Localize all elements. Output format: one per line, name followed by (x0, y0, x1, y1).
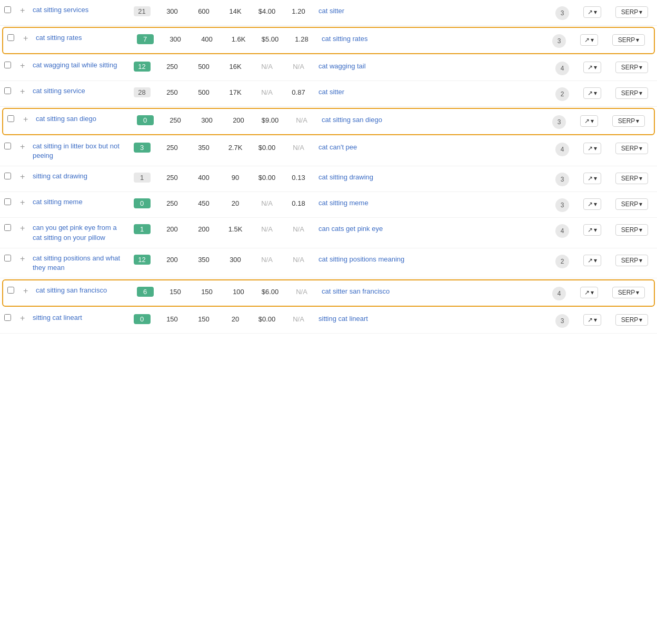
keyword-link[interactable]: sitting cat lineart (33, 314, 82, 321)
row-checkbox[interactable] (4, 314, 11, 321)
serp-cell: SERP ▾ (611, 172, 653, 184)
keyword-link[interactable]: cat sitting positions and what they mean (33, 254, 120, 271)
volume-cell: 150 (160, 286, 191, 296)
results-cell: 300 (220, 254, 251, 264)
keyword-link[interactable]: sitting cat drawing (33, 172, 87, 180)
row-checkbox[interactable] (4, 87, 11, 94)
intent-link[interactable]: can cats get pink eye (318, 225, 383, 233)
comp-cell: N/A (283, 142, 314, 152)
rank-badge: 0 (137, 115, 154, 125)
volume-cell: 250 (156, 86, 188, 96)
rank-cell: 21 (127, 5, 156, 16)
serp-button[interactable]: SERP ▾ (615, 62, 649, 73)
serp-label: SERP (621, 64, 639, 71)
keyword-cell: sitting cat lineart (33, 313, 127, 323)
trend-cell: ↗ ▾ (574, 61, 611, 73)
trend-button[interactable]: ↗ ▾ (583, 6, 601, 18)
serp-button[interactable]: SERP ▾ (615, 173, 649, 184)
add-row-button[interactable]: + (20, 313, 33, 323)
add-row-button[interactable]: + (20, 254, 33, 264)
keyword-link[interactable]: can you get pink eye from a cat sitting … (33, 224, 117, 241)
trend-button[interactable]: ↗ ▾ (580, 115, 598, 127)
serp-button[interactable]: SERP ▾ (612, 115, 645, 127)
trend-dropdown-icon: ▾ (591, 36, 594, 44)
add-row-button[interactable]: + (20, 61, 33, 71)
intent-link[interactable]: cat sitting positions meaning (318, 255, 404, 263)
cost-cell: $9.00 (254, 114, 286, 124)
table-row: + can you get pink eye from a cat sittin… (0, 218, 657, 248)
serp-button[interactable]: SERP ▾ (615, 314, 649, 326)
keyword-link[interactable]: cat sitting services (33, 6, 88, 14)
serp-dropdown-icon: ▾ (639, 257, 642, 264)
keyword-link[interactable]: cat wagging tail while sitting (33, 61, 117, 69)
row-checkbox[interactable] (7, 115, 14, 122)
table-row: + sitting cat drawing 1 250 400 90 $0.00… (0, 166, 657, 192)
intent-link[interactable]: cat sitter (318, 7, 344, 15)
add-row-button[interactable]: + (23, 33, 36, 43)
serp-button[interactable]: SERP ▾ (615, 143, 649, 154)
cpc-cell: 150 (188, 313, 220, 323)
trend-button[interactable]: ↗ ▾ (583, 314, 601, 326)
trend-button[interactable]: ↗ ▾ (583, 198, 601, 210)
keyword-link[interactable]: cat sitting service (33, 87, 85, 95)
serp-button[interactable]: SERP ▾ (615, 224, 649, 236)
serp-dropdown-icon: ▾ (639, 89, 642, 97)
keyword-link[interactable]: cat sitting rates (36, 34, 82, 42)
add-row-button[interactable]: + (20, 5, 33, 15)
row-checkbox[interactable] (4, 62, 11, 68)
comp-cell: 1.28 (286, 33, 317, 43)
intent-link[interactable]: cat sitting drawing (318, 173, 373, 181)
serp-button[interactable]: SERP ▾ (615, 87, 649, 99)
add-row-button[interactable]: + (20, 172, 33, 182)
row-checkbox[interactable] (7, 287, 14, 294)
results-cell: 1.5K (220, 223, 251, 233)
rank-cell: 1 (127, 223, 156, 234)
add-row-button[interactable]: + (20, 223, 33, 233)
serp-cell: SERP ▾ (611, 197, 653, 210)
trend-button[interactable]: ↗ ▾ (583, 224, 601, 236)
row-checkbox[interactable] (4, 198, 11, 205)
rank-badge: 1 (134, 173, 151, 183)
serp-button[interactable]: SERP ▾ (612, 287, 645, 298)
row-checkbox[interactable] (4, 173, 11, 179)
add-row-button[interactable]: + (20, 197, 33, 207)
row-checkbox[interactable] (7, 34, 14, 41)
keyword-link[interactable]: cat sitting san diego (36, 115, 96, 123)
intent-link[interactable]: cat sitting san diego (322, 116, 382, 124)
intent-link[interactable]: cat wagging tail (318, 62, 366, 70)
serp-button[interactable]: SERP ▾ (615, 198, 649, 210)
table-row: + cat sitting positions and what they me… (0, 248, 657, 278)
trend-button[interactable]: ↗ ▾ (580, 287, 598, 298)
add-row-button[interactable]: + (23, 286, 36, 296)
keyword-link[interactable]: cat sitting san francisco (36, 286, 107, 294)
intent-link[interactable]: cat sitter san francisco (322, 287, 390, 295)
trend-button[interactable]: ↗ ▾ (583, 87, 601, 99)
trend-button[interactable]: ↗ ▾ (583, 173, 601, 184)
add-row-button[interactable]: + (20, 86, 33, 96)
add-row-button[interactable]: + (23, 114, 36, 124)
keyword-link[interactable]: cat sitting meme (33, 198, 83, 206)
intent-link[interactable]: cat sitting rates (322, 35, 367, 43)
row-checkbox[interactable] (4, 143, 11, 149)
row-checkbox[interactable] (4, 255, 11, 261)
trend-button[interactable]: ↗ ▾ (583, 143, 601, 154)
results-cell: 14K (220, 5, 251, 15)
intent-link[interactable]: cat can't pee (318, 143, 357, 151)
row-checkbox[interactable] (4, 224, 11, 231)
trend-button[interactable]: ↗ ▾ (583, 62, 601, 73)
intent-link[interactable]: sitting cat lineart (318, 315, 368, 323)
serp-button[interactable]: SERP ▾ (615, 255, 649, 266)
intent-link[interactable]: cat sitting meme (318, 199, 369, 207)
serp-button[interactable]: SERP ▾ (615, 6, 649, 18)
row-checkbox[interactable] (4, 6, 11, 13)
serp-dropdown-icon: ▾ (636, 36, 639, 44)
intent-link[interactable]: cat sitter (318, 88, 344, 96)
trend-button[interactable]: ↗ ▾ (580, 34, 598, 46)
trend-button[interactable]: ↗ ▾ (583, 255, 601, 266)
comp-cell: N/A (283, 254, 314, 264)
volume-cell: 250 (156, 142, 188, 152)
add-row-button[interactable]: + (20, 142, 33, 152)
keyword-link[interactable]: cat sitting in litter box but not peeing (33, 142, 120, 159)
serp-button[interactable]: SERP ▾ (612, 34, 645, 46)
table-row: + cat sitting san francisco 6 150 150 10… (2, 279, 655, 307)
